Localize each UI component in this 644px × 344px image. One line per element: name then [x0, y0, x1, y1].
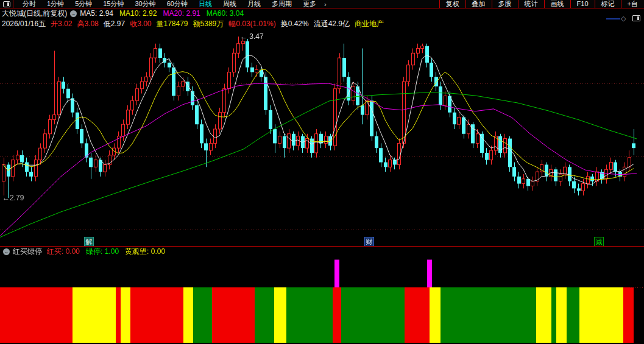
toolbar-button-叠加[interactable]: 叠加	[465, 0, 492, 8]
menu-item-月线[interactable]: 月线	[242, 0, 266, 8]
info-segment: 低2.97	[104, 19, 125, 29]
stock-title: 大悦城(日线,前复权)	[2, 9, 67, 19]
menu-item-60分钟[interactable]: 60分钟	[161, 0, 193, 8]
indicator-field: 红买: 0.00	[47, 247, 80, 256]
more-arrow-icon[interactable]: ›	[322, 1, 329, 8]
high-price-label: ← 3.47	[240, 32, 264, 41]
toolbar-button-标记[interactable]: 标记	[595, 0, 621, 8]
menu-item-30分钟[interactable]: 30分钟	[130, 0, 161, 8]
info-segment: 量178479	[157, 19, 188, 29]
info-segment: 2026/01/16五	[2, 19, 46, 29]
toolbar-button-多股[interactable]: 多股	[492, 0, 518, 8]
low-price-label: ←2.79	[2, 194, 24, 202]
menu-item-5分钟[interactable]: 5分钟	[69, 0, 97, 8]
menu-item-多周期[interactable]: 多周期	[266, 0, 297, 8]
ma-readout-undefined: MA5: 2.94	[80, 9, 113, 18]
info-segment: 换0.42%	[281, 19, 309, 29]
menu-item-15分钟[interactable]: 15分钟	[97, 0, 129, 8]
period-menu: 分时1分钟5分钟15分钟30分钟60分钟日线周线月线多周期更多	[17, 0, 322, 8]
menu-item-分时[interactable]: 分时	[17, 0, 41, 8]
info-segment: 商业地产	[355, 19, 384, 29]
toolbar-button-画线[interactable]: 画线	[544, 0, 570, 8]
toolbar-button-F10[interactable]: F10	[570, 0, 595, 8]
top-menu-bar: 分时1分钟5分钟15分钟30分钟60分钟日线周线月线多周期更多 › 复权叠加多股…	[0, 0, 644, 9]
ma-readout-undefined: MA20: 2.91	[163, 9, 200, 18]
indicator-field: 黄观望: 0.00	[125, 247, 165, 256]
menu-item-日线[interactable]: 日线	[193, 0, 218, 8]
pane-toggle-icon[interactable]	[632, 15, 640, 21]
ohlc-info-bar: 2026/01/16五开3.02高3.08低2.97收3.00量178479额5…	[0, 19, 644, 29]
info-segment: 高3.08	[77, 19, 98, 29]
signal-bar-chart[interactable]	[0, 256, 644, 344]
event-marker-财[interactable]: 财	[364, 237, 374, 247]
diamond-icon[interactable]: ◇	[621, 15, 626, 23]
toolbar-button-统计[interactable]: 统计	[518, 0, 544, 8]
toolbar-button-+自[interactable]: +自	[621, 0, 644, 8]
menu-item-更多[interactable]: 更多	[297, 0, 322, 8]
indicator-chevron-icon[interactable]: ⌄	[3, 248, 10, 255]
info-segment: 额5389万	[193, 19, 224, 29]
overlay-line-fragment	[606, 18, 620, 19]
info-segment: 流通42.9亿	[314, 19, 350, 29]
menu-item-周线[interactable]: 周线	[218, 0, 242, 8]
ma-readout-undefined: MA10: 2.92	[119, 9, 157, 18]
indicator-header-row: ⌄ 红买绿停 红买: 0.00绿停: 1.00黄观望: 0.00	[0, 247, 644, 256]
main-candlestick-chart[interactable]	[0, 29, 644, 246]
collapse-chevron-icon[interactable]: ⌄	[70, 10, 77, 17]
stock-header-row: 大悦城(日线,前复权) ⌄ MA5: 2.94MA10: 2.92MA20: 2…	[0, 9, 644, 18]
indicator-name[interactable]: 红买绿停	[13, 247, 42, 257]
menu-item-1分钟[interactable]: 1分钟	[41, 0, 69, 8]
info-segment: 收3.00	[130, 19, 151, 29]
stock-app-window: { "menu": { "items": ["分时","1分钟","5分钟","…	[0, 0, 644, 344]
ma-readout-undefined: MA60: 3.04	[207, 9, 244, 18]
toolbar-button-复权[interactable]: 复权	[439, 0, 465, 8]
layout-window-icon[interactable]	[0, 0, 13, 8]
event-marker-解[interactable]: 解	[84, 237, 94, 247]
indicator-field: 绿停: 1.00	[86, 247, 119, 256]
event-marker-减[interactable]: 减	[594, 237, 604, 247]
info-segment: 幅0.03(1.01%)	[228, 19, 275, 29]
info-segment: 开3.02	[51, 19, 72, 29]
ma-values: MA5: 2.94MA10: 2.92MA20: 2.91MA60: 3.04	[80, 9, 250, 18]
toolbar-buttons: 复权叠加多股统计画线F10标记+自	[439, 0, 644, 8]
indicator-values: 红买: 0.00绿停: 1.00黄观望: 0.00	[47, 247, 171, 257]
